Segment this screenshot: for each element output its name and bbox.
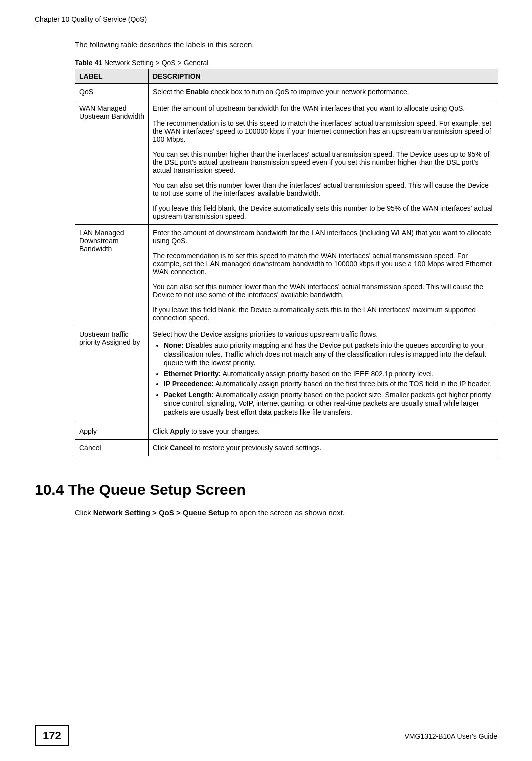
table-row: Apply Click Apply to save your changes. (75, 423, 498, 440)
text-bold: Ethernet Priority: (164, 370, 221, 378)
text: The recommendation is to set this speed … (153, 119, 494, 143)
page-number: 172 (35, 725, 69, 746)
guide-name: VMG1312-B10A User's Guide (404, 732, 497, 740)
text: Click (153, 444, 170, 452)
text: to restore your previously saved setting… (193, 444, 321, 452)
row-label-lan: LAN Managed Downstream Bandwidth (75, 225, 149, 326)
row-desc-wan: Enter the amount of upstream bandwidth f… (149, 100, 498, 225)
row-desc-qos: Select the Enable check box to turn on Q… (149, 84, 498, 100)
text: to save your changes. (189, 427, 260, 435)
row-desc-lan: Enter the amount of downstream bandwidth… (149, 225, 498, 326)
text: Select how the Device assigns priorities… (153, 330, 494, 338)
col-header-description: DESCRIPTION (149, 69, 498, 84)
row-label-cancel: Cancel (75, 440, 149, 456)
row-desc-apply: Click Apply to save your changes. (149, 423, 498, 440)
text: Enter the amount of downstream bandwidth… (153, 229, 494, 245)
text: If you leave this field blank, the Devic… (153, 306, 494, 322)
text: Click (75, 508, 93, 517)
text: Automatically assign priority based on t… (221, 370, 433, 378)
intro-text: The following table describes the labels… (75, 40, 497, 49)
list-item: Ethernet Priority: Automatically assign … (164, 370, 494, 379)
row-label-upstream: Upstream traffic priority Assigned by (75, 326, 149, 423)
list-item: None: Disables auto priority mapping and… (164, 341, 494, 368)
section-heading: 10.4 The Queue Setup Screen (35, 481, 497, 498)
list-item: IP Precedence: Automatically assign prio… (164, 380, 494, 389)
table-row: LAN Managed Downstream Bandwidth Enter t… (75, 225, 498, 326)
table-header-row: LABEL DESCRIPTION (75, 69, 498, 84)
page-header: Chapter 10 Quality of Service (QoS) (35, 15, 497, 25)
text: Disables auto priority mapping and has t… (164, 341, 486, 367)
chapter-title: Chapter 10 Quality of Service (QoS) (35, 15, 147, 23)
text: You can also set this number lower than … (153, 283, 494, 299)
text-bold: IP Precedence: (164, 380, 214, 388)
qos-general-table: LABEL DESCRIPTION QoS Select the Enable … (75, 69, 498, 456)
text: Select the (153, 88, 186, 96)
row-desc-cancel: Click Cancel to restore your previously … (149, 440, 498, 456)
bullet-list: None: Disables auto priority mapping and… (153, 341, 494, 417)
table-row: Cancel Click Cancel to restore your prev… (75, 440, 498, 456)
text: to open the screen as shown next. (229, 508, 345, 517)
text: check box to turn on QoS to improve your… (209, 88, 409, 96)
row-label-apply: Apply (75, 423, 149, 440)
text-bold: None: (164, 341, 184, 349)
text-bold: Cancel (170, 444, 193, 452)
text-bold: Packet Length: (164, 391, 214, 399)
section-body: Click Network Setting > QoS > Queue Setu… (75, 508, 497, 517)
table-row: Upstream traffic priority Assigned by Se… (75, 326, 498, 423)
row-label-qos: QoS (75, 84, 149, 100)
text: You can also set this number lower than … (153, 181, 494, 197)
text-bold: Enable (186, 88, 209, 96)
row-label-wan: WAN Managed Upstream Bandwidth (75, 100, 149, 225)
text: Enter the amount of upstream bandwidth f… (153, 104, 494, 112)
text-bold: Network Setting > QoS > Queue Setup (93, 508, 229, 517)
table-caption-rest: Network Setting > QoS > General (102, 59, 208, 67)
row-desc-upstream: Select how the Device assigns priorities… (149, 326, 498, 423)
text: Automatically assign priority based on t… (214, 380, 491, 388)
text: The recommendation is to set this speed … (153, 252, 494, 276)
table-row: WAN Managed Upstream Bandwidth Enter the… (75, 100, 498, 225)
col-header-label: LABEL (75, 69, 149, 84)
text: If you leave this field blank, the Devic… (153, 204, 494, 220)
table-row: QoS Select the Enable check box to turn … (75, 84, 498, 100)
page-footer: 172 VMG1312-B10A User's Guide (35, 723, 497, 746)
table-caption: Table 41 Network Setting > QoS > General (75, 59, 497, 67)
list-item: Packet Length: Automatically assign prio… (164, 391, 494, 417)
text: You can set this number higher than the … (153, 150, 494, 174)
text-bold: Apply (170, 427, 189, 435)
table-caption-number: Table 41 (75, 59, 102, 67)
text: Click (153, 427, 170, 435)
